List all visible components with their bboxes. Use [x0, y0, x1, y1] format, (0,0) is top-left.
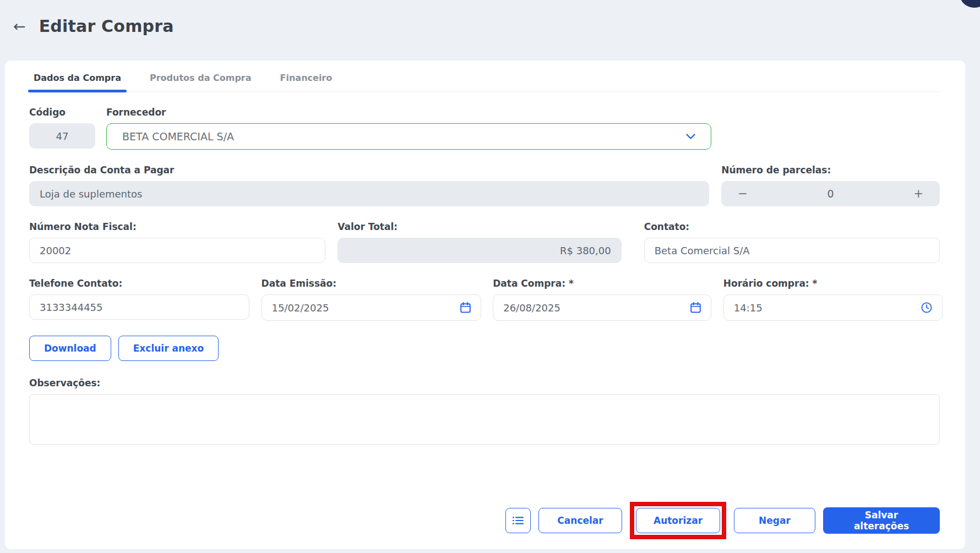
valor-total-group: Valor Total: — [337, 221, 621, 263]
tab-bar: Dados da Compra Produtos da Compra Finan… — [29, 73, 940, 92]
calendar-icon[interactable] — [460, 302, 471, 313]
action-buttons-row: Cancelar Autorizar Negar Salvar alteraçõ… — [29, 502, 940, 539]
observacoes-group: Observações: — [29, 377, 940, 447]
parcelas-value: 0 — [827, 188, 834, 200]
observacoes-textarea[interactable] — [29, 394, 940, 445]
negar-button[interactable]: Negar — [734, 508, 815, 533]
observacoes-label: Observações: — [29, 377, 940, 388]
chevron-down-icon — [686, 134, 695, 140]
salvar-alteracoes-button[interactable]: Salvar alterações — [823, 507, 940, 534]
calendar-icon[interactable] — [690, 302, 701, 313]
download-button[interactable]: Download — [29, 336, 111, 361]
telefone-field[interactable] — [29, 294, 249, 320]
parcelas-stepper: − 0 + — [721, 181, 940, 206]
descricao-group: Descrição da Conta a Pagar — [29, 165, 709, 206]
data-emissao-group: Data Emissão: 15/02/2025 — [262, 278, 481, 321]
horario-compra-value: 14:15 — [734, 302, 763, 314]
horario-compra-label: Horário compra: * — [723, 278, 943, 289]
codigo-field — [29, 123, 95, 149]
fornecedor-label: Fornecedor — [106, 107, 711, 118]
descricao-label: Descrição da Conta a Pagar — [29, 165, 709, 176]
telefone-group: Telefone Contato: — [29, 278, 249, 321]
contato-label: Contato: — [644, 221, 940, 232]
tab-produtos-da-compra[interactable]: Produtos da Compra — [150, 73, 252, 91]
tab-financeiro[interactable]: Financeiro — [280, 73, 333, 91]
list-icon — [512, 516, 524, 525]
codigo-group: Código — [29, 107, 95, 150]
parcelas-label: Número de parcelas: — [721, 165, 940, 176]
data-emissao-value: 15/02/2025 — [272, 302, 329, 314]
contato-group: Contato: — [644, 221, 940, 263]
excluir-anexo-button[interactable]: Excluir anexo — [118, 336, 219, 361]
fornecedor-select[interactable]: BETA COMERCIAL S/A — [106, 123, 711, 150]
row-descricao-parcelas: Descrição da Conta a Pagar Número de par… — [29, 165, 940, 206]
row-telefone-datas-horario: Telefone Contato: Data Emissão: 15/02/20… — [29, 278, 940, 321]
data-compra-value: 26/08/2025 — [503, 302, 560, 314]
autorizar-button[interactable]: Autorizar — [636, 508, 720, 533]
list-options-button[interactable] — [505, 508, 531, 533]
nota-fiscal-field[interactable] — [29, 238, 325, 263]
data-compra-label: Data Compra: * — [493, 278, 711, 289]
parcelas-increment-button[interactable]: + — [913, 188, 923, 200]
tab-dados-da-compra[interactable]: Dados da Compra — [34, 73, 121, 91]
edit-purchase-card: Dados da Compra Produtos da Compra Finan… — [5, 61, 965, 549]
fornecedor-group: Fornecedor BETA COMERCIAL S/A — [106, 107, 711, 150]
fornecedor-selected-value: BETA COMERCIAL S/A — [122, 130, 234, 143]
data-compra-group: Data Compra: * 26/08/2025 — [493, 278, 711, 321]
valor-total-field — [337, 238, 621, 263]
row-codigo-fornecedor: Código Fornecedor BETA COMERCIAL S/A — [29, 107, 940, 150]
autorizar-highlight-annotation: Autorizar — [630, 502, 726, 539]
data-emissao-label: Data Emissão: — [262, 278, 481, 289]
cancelar-button[interactable]: Cancelar — [538, 508, 622, 533]
descricao-field — [29, 181, 709, 206]
attachment-buttons: Download Excluir anexo — [29, 336, 940, 361]
nota-fiscal-group: Número Nota Fiscal: — [29, 221, 325, 263]
data-compra-field[interactable]: 26/08/2025 — [493, 294, 711, 321]
page-header: ← Editar Compra — [0, 0, 980, 39]
codigo-label: Código — [29, 107, 95, 118]
data-emissao-field[interactable]: 15/02/2025 — [262, 294, 481, 321]
clock-icon[interactable] — [921, 302, 932, 313]
contato-field[interactable] — [644, 238, 940, 263]
valor-total-label: Valor Total: — [337, 221, 621, 232]
back-arrow-icon[interactable]: ← — [13, 19, 26, 34]
horario-compra-field[interactable]: 14:15 — [723, 294, 943, 321]
horario-compra-group: Horário compra: * 14:15 — [723, 278, 943, 321]
page-title: Editar Compra — [39, 17, 174, 36]
parcelas-group: Número de parcelas: − 0 + — [721, 165, 940, 206]
parcelas-decrement-button[interactable]: − — [738, 188, 748, 200]
nota-fiscal-label: Número Nota Fiscal: — [29, 221, 325, 232]
telefone-label: Telefone Contato: — [29, 278, 249, 289]
row-nota-valor-contato: Número Nota Fiscal: Valor Total: Contato… — [29, 221, 940, 263]
